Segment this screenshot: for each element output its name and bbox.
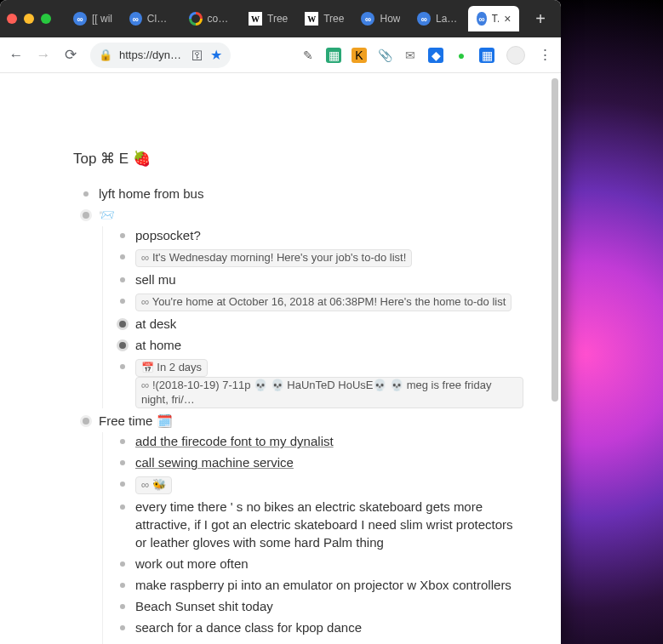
reload-button[interactable]: ⟳ [63,46,78,64]
node-text[interactable]: at home [135,336,523,354]
outline-node[interactable]: add the firecode font to my dynalist [117,432,523,450]
close-tab-icon[interactable]: × [504,12,511,26]
link-badge[interactable]: 🐝 [135,476,172,494]
node-text[interactable]: make raspberry pi into an emulator on pr… [135,576,523,594]
date-badge[interactable]: In 2 days [135,359,208,377]
scrollbar-thumb[interactable] [552,78,558,402]
outline-node[interactable]: work out more often [117,555,523,573]
outline-node[interactable]: You're home at October 16, 2018 at 06:38… [117,292,523,311]
outline-node[interactable]: It's Wednesday morning! Here's your job'… [117,248,523,267]
infinity-favicon-icon: ∞ [73,12,87,26]
tab-strip: ∞[[ wil∞ClonecompWTreeWTree∞How∞Lates∞To… [65,0,522,37]
ext-k-icon[interactable]: K [352,48,367,63]
browser-tab[interactable]: ∞Clone [121,6,180,31]
forward-button[interactable]: → [36,47,51,64]
outline-node[interactable]: popsocket? [117,226,523,244]
outline-node[interactable]: 🐝 [117,475,523,494]
browser-tab[interactable]: comp [180,6,240,31]
node-text[interactable]: sell mu [135,271,523,288]
bullet-expandable-icon[interactable] [80,415,92,427]
bookmark-star-icon[interactable]: ★ [210,47,222,63]
browser-tab[interactable]: ∞To× [468,6,519,31]
outline-node[interactable]: 📨popsocket?It's Wednesday morning! Here'… [80,206,523,408]
browser-tab[interactable]: ∞How [352,6,409,31]
outline-node[interactable]: call sewing machine service [117,453,523,471]
page-title[interactable]: Top ⌘ E 🍓 [73,150,523,168]
node-text[interactable]: In 2 days!(2018-10-19) 7-11p 💀 💀 HaUnTeD… [135,357,523,409]
browser-menu-button[interactable]: ⋮ [537,46,552,64]
new-tab-button[interactable]: + [527,9,554,29]
node-text[interactable]: popsocket? [135,226,523,244]
node-text[interactable]: 🐝 [135,475,523,494]
bullet-icon [117,501,129,513]
outline-node[interactable]: In 2 days!(2018-10-19) 7-11p 💀 💀 HaUnTeD… [117,357,523,409]
link-badge[interactable]: !(2018-10-19) 7-11p 💀 💀 HaUnTeD HoUsE💀 💀… [135,377,523,409]
bullet-icon [117,274,129,286]
node-text[interactable]: every time there ' s no bikes an electri… [135,498,523,551]
browser-tab[interactable]: ∞[[ wil [65,6,121,31]
outline-node[interactable]: at desk [117,315,523,333]
back-button[interactable]: ← [9,47,24,64]
outline-root: lyft home from bus📨popsocket?It's Wednes… [75,185,523,644]
bullet-expandable-icon[interactable] [80,209,92,221]
node-text[interactable]: search for a dance class for kpop dance [135,618,523,636]
outline-node[interactable]: Free time 🗓️add the firecode font to my … [80,412,523,644]
outline-node[interactable]: sell mu [117,271,523,288]
bullet-icon [117,230,129,242]
node-text[interactable]: work out more often [135,555,523,573]
node-text[interactable]: lyft home from bus [99,185,523,202]
browser-window: ∞[[ wil∞ClonecompWTreeWTree∞How∞Lates∞To… [0,0,561,644]
bullet-icon [117,579,129,591]
address-bar[interactable]: 🔒 https://dynalist.io/d/... ⚿ ★ [90,43,231,68]
outline-node[interactable]: at home [117,336,523,354]
minimize-window-button[interactable] [24,14,34,24]
saved-password-icon[interactable]: ⚿ [191,48,203,62]
node-text[interactable]: add the firecode font to my dynalist [135,432,523,450]
ext-puzzle-icon[interactable]: ▦ [326,48,341,63]
browser-toolbar: ← → ⟳ 🔒 https://dynalist.io/d/... ⚿ ★ ✎▦… [0,37,561,73]
node-text[interactable]: 📨 [99,206,523,224]
outline-node[interactable]: search for a dance class for kpop dance [117,618,523,636]
zoom-window-button[interactable] [41,14,51,24]
desktop-wallpaper [552,0,663,644]
bullet-expandable-icon[interactable] [117,318,129,330]
node-text[interactable]: call sewing machine service [135,453,523,471]
node-text[interactable]: Free time 🗓️ [99,412,523,430]
ext-bookmark-icon[interactable]: ◆ [428,48,443,63]
titlebar: ∞[[ wil∞ClonecompWTreeWTree∞How∞Lates∞To… [0,0,561,37]
link-badge[interactable]: You're home at October 16, 2018 at 06:38… [135,294,512,311]
ext-mail-icon[interactable]: ✉ [403,48,418,63]
node-text[interactable]: How do I do a woodcut at [noisebridge ma… [135,640,523,644]
node-text[interactable]: at desk [135,315,523,333]
google-favicon-icon [189,12,203,26]
infinity-favicon-icon: ∞ [477,12,486,26]
outline-node[interactable]: make raspberry pi into an emulator on pr… [117,576,523,594]
browser-tab[interactable]: ∞Lates [409,6,468,31]
infinity-favicon-icon: ∞ [417,12,431,26]
outline-node[interactable]: Beach Sunset shit today [117,597,523,615]
infinity-favicon-icon: ∞ [361,12,374,26]
browser-tab[interactable]: WTree [240,6,296,31]
infinity-favicon-icon: ∞ [129,12,142,26]
ext-clip-icon[interactable]: 📎 [377,48,392,63]
outline-node[interactable]: every time there ' s no bikes an electri… [117,498,523,551]
outline-node[interactable]: How do I do a woodcut at [noisebridge ma… [117,640,523,644]
ext-cal-icon[interactable]: ▦ [479,48,494,63]
close-window-button[interactable] [7,14,17,24]
outline-node[interactable]: lyft home from bus [80,185,523,202]
tab-label: To [492,13,500,25]
bullet-icon [117,436,129,447]
bullet-expandable-icon[interactable] [117,339,129,351]
profile-avatar[interactable] [506,46,525,65]
page-content[interactable]: Top ⌘ E 🍓 lyft home from bus📨popsocket?I… [0,73,549,644]
node-text[interactable]: It's Wednesday morning! Here's your job'… [135,248,523,267]
link-badge[interactable]: It's Wednesday morning! Here's your job'… [135,249,412,267]
browser-tab[interactable]: WTree [296,6,352,31]
node-text[interactable]: Beach Sunset shit today [135,597,523,615]
ext-green-icon[interactable]: ● [454,48,469,63]
tab-label: [[ wil [92,13,112,25]
bullet-icon [117,601,129,613]
ext-pen-icon[interactable]: ✎ [300,48,316,63]
scrollbar[interactable] [552,73,558,644]
node-text[interactable]: You're home at October 16, 2018 at 06:38… [135,292,523,311]
